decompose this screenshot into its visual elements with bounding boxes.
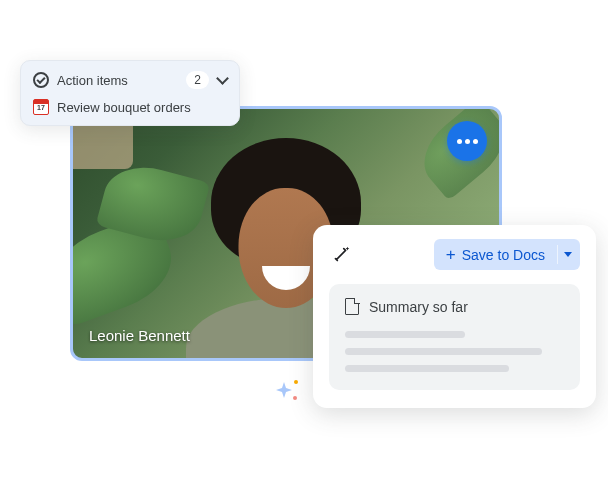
save-to-docs-button[interactable]: + Save to Docs — [434, 239, 580, 270]
summary-title: Summary so far — [369, 299, 468, 315]
more-options-button[interactable] — [447, 121, 487, 161]
summary-card: + Save to Docs Summary so far — [313, 225, 596, 408]
skeleton-line — [345, 348, 542, 355]
skeleton-line — [345, 331, 465, 338]
calendar-icon — [33, 99, 49, 115]
action-item[interactable]: Review bouquet orders — [33, 99, 227, 115]
check-circle-icon — [33, 72, 49, 88]
more-icon — [465, 139, 470, 144]
action-item-label: Review bouquet orders — [57, 100, 191, 115]
save-button-label: Save to Docs — [462, 247, 545, 263]
save-to-docs-main[interactable]: + Save to Docs — [434, 239, 557, 270]
svg-point-1 — [293, 396, 297, 400]
magic-wand-icon — [329, 243, 353, 267]
action-items-title: Action items — [57, 73, 128, 88]
more-icon — [473, 139, 478, 144]
save-dropdown-button[interactable] — [557, 245, 580, 264]
document-icon — [345, 298, 359, 315]
action-items-header[interactable]: Action items 2 — [33, 71, 227, 89]
sparkle-icon — [268, 370, 304, 410]
more-icon — [457, 139, 462, 144]
action-items-panel: Action items 2 Review bouquet orders — [20, 60, 240, 126]
skeleton-line — [345, 365, 509, 372]
summary-title-row: Summary so far — [345, 298, 564, 315]
svg-point-0 — [294, 380, 298, 384]
chevron-down-icon — [217, 75, 227, 85]
participant-name: Leonie Bennett — [89, 327, 190, 344]
plus-icon: + — [446, 246, 456, 263]
action-items-count: 2 — [186, 71, 209, 89]
summary-body: Summary so far — [329, 284, 580, 390]
summary-header: + Save to Docs — [329, 239, 580, 270]
